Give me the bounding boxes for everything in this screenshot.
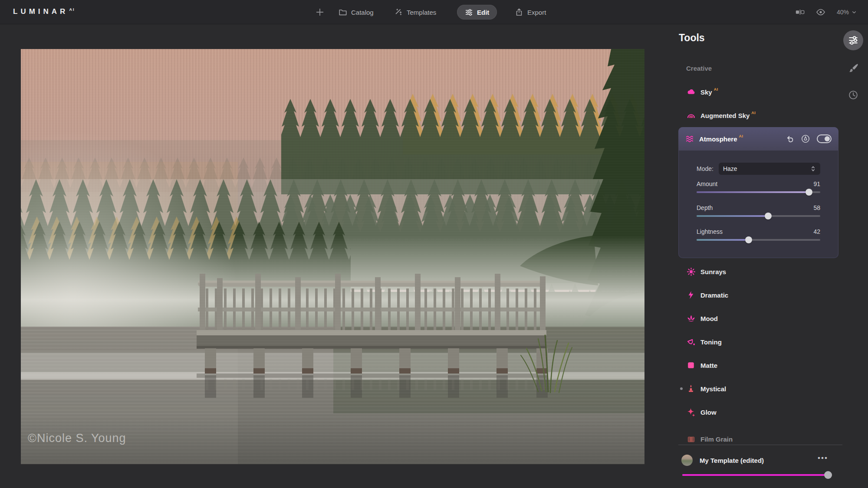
atmosphere-toggle-on[interactable] xyxy=(817,134,832,143)
slider-thumb[interactable] xyxy=(806,189,812,196)
square-icon xyxy=(686,360,696,370)
slider-value: 42 xyxy=(813,228,820,235)
sidebar-item-augmented-sky[interactable]: Augmented SkyAI xyxy=(678,106,842,125)
cloud-icon xyxy=(686,87,696,97)
select-chevrons-icon xyxy=(810,165,816,172)
tools-panel-title: Tools xyxy=(679,32,705,44)
zoom-control[interactable]: 40% xyxy=(837,9,857,16)
paint-bucket-icon xyxy=(686,337,696,347)
template-thumbnail[interactable] xyxy=(681,455,693,466)
sun-icon xyxy=(686,267,696,276)
film-strip-icon xyxy=(686,434,696,444)
sliders-icon xyxy=(848,35,858,46)
atmosphere-panel: AtmosphereAI Mode: Haze Amount 91 xyxy=(678,127,838,258)
slider-thumb[interactable] xyxy=(765,213,772,219)
slider-label: Amount xyxy=(697,180,717,187)
sidebar-item-toning[interactable]: Toning xyxy=(678,332,842,351)
waves-icon xyxy=(685,134,694,144)
local-masking-button[interactable] xyxy=(843,58,863,78)
mode-label: Mode: xyxy=(697,165,713,172)
lotus-icon xyxy=(686,314,696,323)
tool-label: Mystical xyxy=(700,385,726,393)
sidebar-item-mood[interactable]: Mood xyxy=(678,309,842,328)
sparkle-icon xyxy=(686,407,696,417)
tool-label: Toning xyxy=(700,338,722,346)
slider-value: 91 xyxy=(813,180,820,187)
slider-label: Depth xyxy=(697,204,713,211)
tab-export-label: Export xyxy=(527,9,546,16)
edit-mask-icon[interactable] xyxy=(801,134,810,143)
clock-icon xyxy=(848,89,859,101)
history-button[interactable] xyxy=(843,85,863,105)
atmosphere-panel-header[interactable]: AtmosphereAI xyxy=(678,127,838,151)
sidebar-item-dramatic[interactable]: Dramatic xyxy=(678,285,842,305)
app-logo: LUMINARAI xyxy=(13,7,75,16)
edit-tools-button[interactable] xyxy=(843,30,863,50)
magic-wand-icon xyxy=(394,8,403,16)
tool-label: Augmented Sky xyxy=(700,112,750,119)
brush-icon xyxy=(848,62,859,74)
tab-export[interactable]: Export xyxy=(515,0,546,24)
mode-value: Haze xyxy=(723,165,737,172)
photo-watermark: ©Nicole S. Young xyxy=(28,432,126,445)
photo-canvas[interactable]: ©Nicole S. Young xyxy=(21,49,644,464)
rainbow-icon xyxy=(686,111,696,120)
reset-undo-icon[interactable] xyxy=(786,135,794,143)
slider-thumb[interactable] xyxy=(745,236,752,243)
depth-slider[interactable] xyxy=(697,215,820,217)
sidebar-item-sunrays[interactable]: Sunrays xyxy=(678,262,842,281)
tab-catalog-label: Catalog xyxy=(351,9,374,16)
slider-label: Lightness xyxy=(697,228,723,235)
atmosphere-title: Atmosphere xyxy=(699,135,737,143)
export-icon xyxy=(515,8,523,16)
chevron-down-icon xyxy=(852,10,857,15)
tool-label: Dramatic xyxy=(700,291,728,299)
candle-icon xyxy=(686,384,696,393)
lake-pier-photo: ©Nicole S. Young xyxy=(21,49,644,464)
slider-value: 58 xyxy=(813,204,820,211)
ai-badge: AI xyxy=(739,134,743,138)
tab-templates[interactable]: Templates xyxy=(394,0,436,24)
tool-label: Sunrays xyxy=(700,268,726,275)
tab-edit-label: Edit xyxy=(477,9,489,16)
top-bar: LUMINARAI Catalog Templates Edit Export xyxy=(0,0,868,24)
amount-slider[interactable] xyxy=(697,191,820,193)
sidebar-item-matte[interactable]: Matte xyxy=(678,356,842,375)
plus-icon xyxy=(316,8,324,16)
section-creative: Creative xyxy=(686,65,712,72)
tool-label: Film Grain xyxy=(700,436,733,443)
tab-catalog[interactable]: Catalog xyxy=(339,0,374,24)
lightning-icon xyxy=(686,290,696,300)
tool-label: Glow xyxy=(700,409,717,416)
ai-badge: AI xyxy=(751,111,756,115)
folder-icon xyxy=(339,8,347,16)
mode-select[interactable]: Haze xyxy=(719,163,820,175)
divider xyxy=(678,445,842,445)
lightness-slider[interactable] xyxy=(697,239,820,241)
template-more-button[interactable]: ••• xyxy=(818,454,828,462)
tool-label: Matte xyxy=(700,362,717,369)
eye-icon[interactable] xyxy=(816,7,825,17)
slider-thumb[interactable] xyxy=(824,471,832,479)
sidebar-item-mystical[interactable]: Mystical xyxy=(678,379,842,398)
sliders-icon xyxy=(465,8,473,16)
template-name: My Template (edited) xyxy=(700,457,764,464)
toggle-knob xyxy=(825,136,830,141)
sidebar-item-film-grain[interactable]: Film Grain xyxy=(678,429,842,449)
zoom-level: 40% xyxy=(837,9,849,16)
tool-label: Sky xyxy=(700,88,712,96)
compare-before-after-icon[interactable] xyxy=(795,8,805,16)
sidebar-item-sky[interactable]: SkyAI xyxy=(678,82,842,102)
add-button[interactable] xyxy=(316,0,324,24)
tab-templates-label: Templates xyxy=(407,9,436,16)
tab-edit[interactable]: Edit xyxy=(457,5,497,20)
template-amount-slider[interactable] xyxy=(682,474,832,476)
tool-label: Mood xyxy=(700,315,718,322)
sidebar-item-glow[interactable]: Glow xyxy=(678,403,842,422)
ai-badge: AI xyxy=(714,87,718,92)
